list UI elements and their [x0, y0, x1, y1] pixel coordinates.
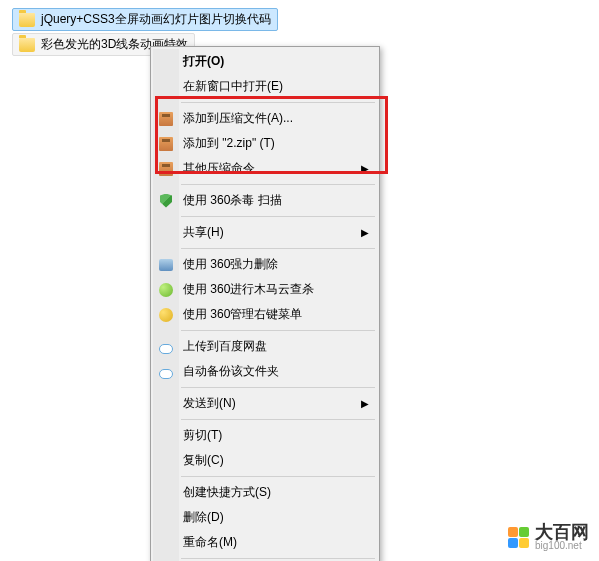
menu-add-to-zip[interactable]: 添加到 "2.zip" (T)	[153, 131, 377, 156]
context-menu: 打开(O) 在新窗口中打开(E) 添加到压缩文件(A)... 添加到 "2.zi…	[150, 46, 380, 561]
menu-auto-backup[interactable]: 自动备份该文件夹	[153, 359, 377, 384]
menu-360-force-delete[interactable]: 使用 360强力删除	[153, 252, 377, 277]
scan-icon	[158, 282, 174, 298]
menu-separator	[181, 330, 375, 331]
menu-separator	[181, 216, 375, 217]
file-name: jQuery+CSS3全屏动画幻灯片图片切换代码	[41, 11, 271, 28]
archive-icon	[158, 136, 174, 152]
menu-upload-baidu[interactable]: 上传到百度网盘	[153, 334, 377, 359]
menu-separator	[181, 248, 375, 249]
menu-separator	[181, 476, 375, 477]
menu-360-scan[interactable]: 使用 360杀毒 扫描	[153, 188, 377, 213]
submenu-arrow-icon: ▶	[361, 398, 369, 409]
folder-icon	[19, 38, 35, 52]
watermark-logo-icon	[508, 527, 529, 548]
watermark: 大百网 big100.net	[508, 523, 589, 551]
file-item-1[interactable]: jQuery+CSS3全屏动画幻灯片图片切换代码	[12, 8, 278, 31]
submenu-arrow-icon: ▶	[361, 227, 369, 238]
archive-icon	[158, 111, 174, 127]
submenu-arrow-icon: ▶	[361, 163, 369, 174]
menu-open-new-window[interactable]: 在新窗口中打开(E)	[153, 74, 377, 99]
folder-icon	[19, 13, 35, 27]
cloud-icon	[158, 339, 174, 355]
menu-separator	[181, 419, 375, 420]
menu-separator	[181, 102, 375, 103]
menu-other-compress[interactable]: 其他压缩命令 ▶	[153, 156, 377, 181]
archive-icon	[158, 161, 174, 177]
menu-separator	[181, 387, 375, 388]
menu-separator	[181, 184, 375, 185]
menu-delete[interactable]: 删除(D)	[153, 505, 377, 530]
menu-cut[interactable]: 剪切(T)	[153, 423, 377, 448]
menu-copy[interactable]: 复制(C)	[153, 448, 377, 473]
disk-icon	[158, 257, 174, 273]
menu-send-to[interactable]: 发送到(N) ▶	[153, 391, 377, 416]
shield-icon	[158, 193, 174, 209]
cloud-icon	[158, 364, 174, 380]
menu-create-shortcut[interactable]: 创建快捷方式(S)	[153, 480, 377, 505]
watermark-title: 大百网	[535, 523, 589, 541]
menu-separator	[181, 558, 375, 559]
menu-rename[interactable]: 重命名(M)	[153, 530, 377, 555]
menu-360-manage-menu[interactable]: 使用 360管理右键菜单	[153, 302, 377, 327]
manage-icon	[158, 307, 174, 323]
menu-360-trojan-scan[interactable]: 使用 360进行木马云查杀	[153, 277, 377, 302]
menu-add-to-archive[interactable]: 添加到压缩文件(A)...	[153, 106, 377, 131]
menu-share[interactable]: 共享(H) ▶	[153, 220, 377, 245]
menu-open[interactable]: 打开(O)	[153, 49, 377, 74]
watermark-url: big100.net	[535, 541, 589, 551]
